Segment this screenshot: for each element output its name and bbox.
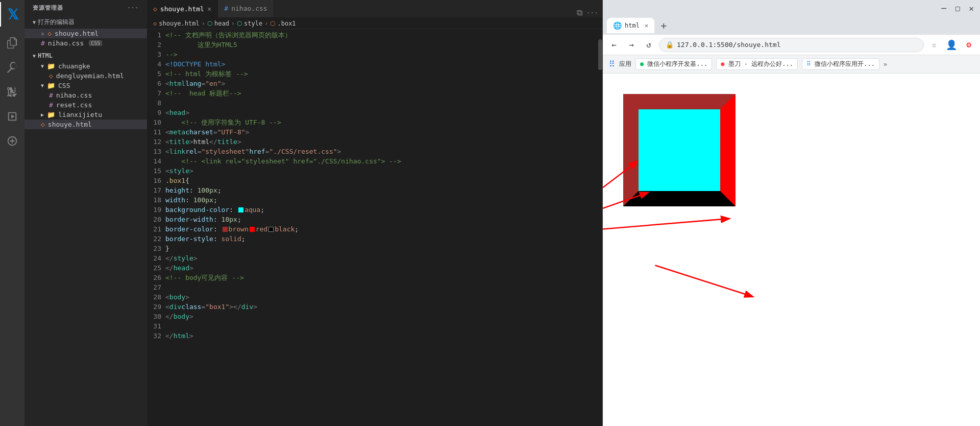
line-17: 17 height: 100px;: [147, 185, 602, 195]
more-bookmarks[interactable]: »: [884, 61, 887, 68]
svg-line-3: [603, 219, 728, 229]
breadcrumb-head[interactable]: head: [214, 20, 229, 27]
browser-content: [603, 74, 980, 426]
breadcrumb-file-label[interactable]: shouye.html: [159, 20, 199, 27]
browser-max-btn[interactable]: □: [955, 4, 960, 12]
preview-area: [623, 94, 736, 206]
address-bar[interactable]: 🔒 127.0.0.1:5500/shouye.html: [659, 38, 924, 52]
svg-line-4: [655, 265, 752, 296]
reset-css-label: reset.css: [56, 101, 92, 109]
folder-arrow: ▼: [41, 63, 44, 69]
tab-close-icon[interactable]: ✕: [207, 5, 211, 13]
logo-icon: 𝕏: [0, 2, 24, 27]
line-26: 26 <!-- body可见内容 -->: [147, 273, 602, 282]
browser-titlebar: ─ □ ✕: [603, 0, 980, 16]
line-19: 19 background-color: aqua;: [147, 205, 602, 215]
new-tab-btn[interactable]: +: [656, 19, 671, 32]
lianxijietu-icon: 📁: [47, 111, 55, 119]
extensions-icon[interactable]: [0, 129, 24, 153]
reset-css-icon: #: [49, 101, 53, 109]
html-icon: ◇: [49, 72, 53, 80]
browser-panel: ─ □ ✕ 🌐 html ✕ + ← → ↺ 🔒 127.0.0.1:5500/…: [602, 0, 980, 426]
editor-area: ◇ shouye.html ✕ # nihao.css ⧉ ··· ◇ shou…: [147, 0, 602, 426]
line-14: 14 <!-- <link rel="stylesheet" href="./C…: [147, 156, 602, 166]
breadcrumb-head-icon: ⬡: [207, 20, 212, 27]
lianxijietu-arrow: ▶: [41, 112, 44, 117]
tab-shouye-label: shouye.html: [160, 5, 204, 13]
settings-browser-icon[interactable]: ⚙: [962, 38, 976, 52]
browser-window-controls: ─ □ ✕: [941, 4, 974, 13]
tab-shouye-html[interactable]: ◇ shouye.html ✕: [147, 0, 218, 17]
browser-tab-close-icon[interactable]: ✕: [645, 22, 648, 29]
forward-btn[interactable]: →: [624, 38, 639, 52]
tab-nihao-css[interactable]: # nihao.css: [218, 0, 274, 17]
tab-html-icon: ◇: [153, 5, 157, 13]
lianxijietu-folder[interactable]: ▶ 📁 lianxijietu: [24, 110, 147, 120]
code-editor[interactable]: 1 <!-- 文档声明（告诉浏览器网页的版本） 2 这里为HTML5 3 -->…: [147, 29, 602, 426]
bookmark-icon[interactable]: ☆: [927, 38, 941, 52]
shouye-html-file[interactable]: ◇ shouye.html: [24, 120, 147, 129]
nihao-css-file[interactable]: # nihao.css: [24, 90, 147, 100]
chuangke-folder[interactable]: ▼ 📁 chuangke: [24, 61, 147, 71]
browser-tab-html[interactable]: 🌐 html ✕: [607, 18, 654, 33]
breadcrumb-style-icon: ⬡: [237, 20, 242, 27]
source-control-icon[interactable]: [0, 80, 24, 104]
dengluyemian-label: dengluyemian.html: [56, 72, 124, 80]
shouye-html-label: shouye.html: [48, 121, 92, 128]
reload-btn[interactable]: ↺: [642, 38, 656, 52]
wechat-icon: ●: [640, 60, 644, 67]
scrollbar-thumb[interactable]: [598, 39, 602, 70]
browser-close-btn[interactable]: ✕: [969, 4, 974, 13]
profile-icon[interactable]: 👤: [944, 38, 959, 52]
address-text: 127.0.0.1:5500/shouye.html: [677, 41, 781, 49]
apps-label: 应用: [619, 60, 631, 68]
line-6: 6 <html lang="en">: [147, 79, 602, 88]
explorer-icon[interactable]: [0, 31, 24, 55]
css-badge: CSS: [89, 40, 102, 46]
sidebar-file-label: shouye.html: [55, 30, 99, 37]
line-32: 32 </html>: [147, 331, 602, 341]
breadcrumb-sep1: ›: [202, 20, 205, 27]
line-31: 31: [147, 321, 602, 331]
line-24: 24 </style>: [147, 253, 602, 263]
nihao-css-icon: #: [49, 91, 53, 99]
html-file-icon: ◇: [47, 30, 52, 37]
browser-tab-title: html: [625, 22, 640, 29]
shouye-html-icon: ◇: [41, 121, 45, 128]
search-icon[interactable]: [0, 55, 24, 80]
browser-min-btn[interactable]: ─: [941, 4, 946, 13]
breadcrumb-style[interactable]: style: [244, 20, 262, 27]
toolbar-wechat-mini[interactable]: ● 微信小程序开发基...: [635, 58, 712, 70]
open-editors-section[interactable]: ▼ 打开的编辑器: [24, 16, 147, 29]
split-editor-icon[interactable]: ⧉: [577, 8, 582, 17]
more-actions-icon[interactable]: ···: [586, 9, 598, 16]
breadcrumb-selector[interactable]: .box1: [277, 20, 296, 27]
reset-css-file[interactable]: # reset.css: [24, 100, 147, 110]
back-btn[interactable]: ←: [607, 38, 621, 52]
globe-icon: 🌐: [613, 21, 622, 30]
html-group[interactable]: ▼ HTML: [24, 50, 147, 61]
html-group-label: HTML: [38, 52, 53, 59]
line-7: 7 <!-- head 标题栏-->: [147, 88, 602, 98]
apps-icon: ⠿: [609, 59, 615, 69]
css-folder[interactable]: ▼ 📁 CSS: [24, 81, 147, 90]
breadcrumb-file[interactable]: ◇: [153, 20, 157, 27]
line-8: 8: [147, 98, 602, 108]
box1-preview: [623, 94, 736, 206]
chuangke-label: chuangke: [58, 62, 90, 70]
sidebar-file-nihao-css[interactable]: # nihao.css CSS: [24, 38, 147, 48]
editor-scrollbar[interactable]: [598, 29, 602, 426]
sidebar-file-shouye-html[interactable]: ✕ ◇ shouye.html: [24, 29, 147, 38]
dengluyemian-html[interactable]: ◇ dengluyemian.html: [24, 71, 147, 81]
toolbar-wechat-app[interactable]: ⠿ 微信小程序应用开...: [802, 58, 879, 70]
activity-bar: 𝕏: [0, 0, 24, 426]
open-editors-arrow: ▼: [33, 19, 36, 25]
file-close-icon[interactable]: ✕: [41, 30, 44, 37]
css-folder-icon: 📁: [47, 82, 55, 89]
toolbar-modao[interactable]: ● 墨刀 - 远程办公好...: [716, 58, 798, 70]
line-11: 11 <meta charset="UTF-8">: [147, 127, 602, 137]
run-icon[interactable]: [0, 104, 24, 129]
sidebar-more-icon[interactable]: ···: [127, 5, 139, 11]
breadcrumb-sep2: ›: [231, 20, 235, 27]
line-20: 20 border-width: 10px;: [147, 215, 602, 224]
